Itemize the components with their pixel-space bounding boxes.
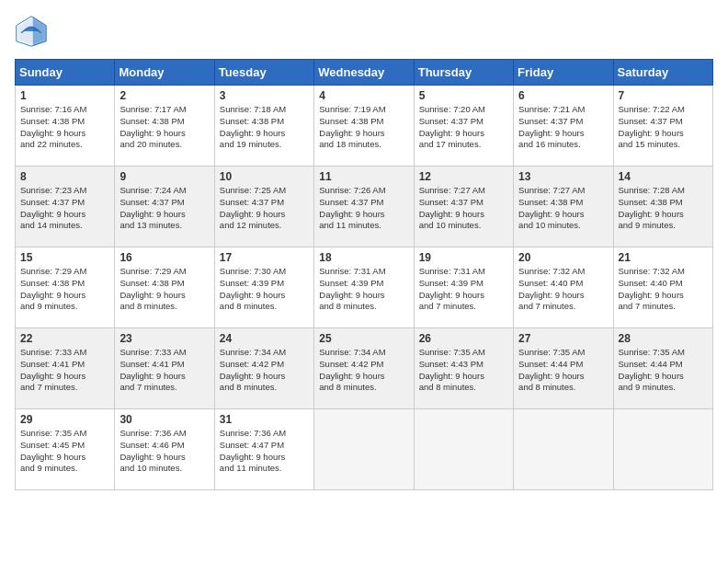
day-number: 3 bbox=[220, 89, 309, 102]
calendar-cell: 29Sunrise: 7:35 AMSunset: 4:45 PMDayligh… bbox=[16, 409, 115, 490]
day-info: Sunrise: 7:33 AMSunset: 4:41 PMDaylight:… bbox=[20, 347, 109, 394]
calendar-cell: 16Sunrise: 7:29 AMSunset: 4:38 PMDayligh… bbox=[115, 247, 214, 328]
calendar-header-tuesday: Tuesday bbox=[214, 60, 313, 86]
day-info: Sunrise: 7:20 AMSunset: 4:37 PMDaylight:… bbox=[419, 104, 508, 151]
calendar-cell: 21Sunrise: 7:32 AMSunset: 4:40 PMDayligh… bbox=[613, 247, 712, 328]
calendar-cell: 5Sunrise: 7:20 AMSunset: 4:37 PMDaylight… bbox=[414, 86, 513, 167]
day-number: 8 bbox=[20, 170, 109, 183]
day-number: 4 bbox=[319, 89, 408, 102]
day-info: Sunrise: 7:27 AMSunset: 4:37 PMDaylight:… bbox=[419, 185, 508, 232]
calendar-cell: 26Sunrise: 7:35 AMSunset: 4:43 PMDayligh… bbox=[414, 328, 513, 409]
day-number: 22 bbox=[20, 332, 109, 345]
day-number: 15 bbox=[20, 251, 109, 264]
calendar-cell: 12Sunrise: 7:27 AMSunset: 4:37 PMDayligh… bbox=[414, 167, 513, 247]
calendar-cell: 17Sunrise: 7:30 AMSunset: 4:39 PMDayligh… bbox=[214, 247, 313, 328]
day-number: 16 bbox=[119, 251, 209, 264]
day-info: Sunrise: 7:34 AMSunset: 4:42 PMDaylight:… bbox=[319, 347, 408, 394]
day-info: Sunrise: 7:18 AMSunset: 4:38 PMDaylight:… bbox=[220, 104, 309, 151]
day-info: Sunrise: 7:36 AMSunset: 4:47 PMDaylight:… bbox=[220, 428, 309, 475]
day-number: 28 bbox=[619, 332, 708, 345]
day-number: 23 bbox=[119, 332, 209, 345]
calendar-cell: 10Sunrise: 7:25 AMSunset: 4:37 PMDayligh… bbox=[214, 167, 313, 247]
calendar-cell: 13Sunrise: 7:27 AMSunset: 4:38 PMDayligh… bbox=[514, 167, 613, 247]
day-number: 26 bbox=[419, 332, 508, 345]
calendar-cell bbox=[414, 409, 513, 490]
calendar-cell: 9Sunrise: 7:24 AMSunset: 4:37 PMDaylight… bbox=[115, 167, 214, 247]
day-info: Sunrise: 7:16 AMSunset: 4:38 PMDaylight:… bbox=[20, 104, 109, 151]
day-number: 19 bbox=[419, 251, 508, 264]
calendar-week-5: 29Sunrise: 7:35 AMSunset: 4:45 PMDayligh… bbox=[16, 409, 713, 490]
day-number: 11 bbox=[319, 170, 408, 183]
calendar-cell: 1Sunrise: 7:16 AMSunset: 4:38 PMDaylight… bbox=[16, 86, 115, 167]
calendar-cell: 27Sunrise: 7:35 AMSunset: 4:44 PMDayligh… bbox=[514, 328, 613, 409]
day-info: Sunrise: 7:31 AMSunset: 4:39 PMDaylight:… bbox=[319, 266, 408, 313]
calendar-header-row: SundayMondayTuesdayWednesdayThursdayFrid… bbox=[16, 60, 713, 86]
page-header bbox=[15, 15, 713, 48]
day-info: Sunrise: 7:36 AMSunset: 4:46 PMDaylight:… bbox=[119, 428, 209, 475]
day-number: 24 bbox=[220, 332, 309, 345]
day-number: 9 bbox=[119, 170, 209, 183]
day-info: Sunrise: 7:32 AMSunset: 4:40 PMDaylight:… bbox=[518, 266, 608, 313]
day-number: 2 bbox=[119, 89, 209, 102]
day-number: 21 bbox=[619, 251, 708, 264]
day-number: 20 bbox=[518, 251, 608, 264]
day-info: Sunrise: 7:22 AMSunset: 4:37 PMDaylight:… bbox=[619, 104, 708, 151]
day-number: 7 bbox=[619, 89, 708, 102]
calendar-cell: 8Sunrise: 7:23 AMSunset: 4:37 PMDaylight… bbox=[16, 167, 115, 247]
calendar-week-3: 15Sunrise: 7:29 AMSunset: 4:38 PMDayligh… bbox=[16, 247, 713, 328]
day-info: Sunrise: 7:32 AMSunset: 4:40 PMDaylight:… bbox=[619, 266, 708, 313]
day-number: 17 bbox=[220, 251, 309, 264]
day-info: Sunrise: 7:35 AMSunset: 4:44 PMDaylight:… bbox=[619, 347, 708, 394]
calendar-cell: 22Sunrise: 7:33 AMSunset: 4:41 PMDayligh… bbox=[16, 328, 115, 409]
calendar-cell bbox=[514, 409, 613, 490]
day-info: Sunrise: 7:30 AMSunset: 4:39 PMDaylight:… bbox=[220, 266, 309, 313]
calendar-cell: 3Sunrise: 7:18 AMSunset: 4:38 PMDaylight… bbox=[214, 86, 313, 167]
day-info: Sunrise: 7:17 AMSunset: 4:38 PMDaylight:… bbox=[119, 104, 209, 151]
calendar-header-friday: Friday bbox=[514, 60, 613, 86]
day-number: 1 bbox=[20, 89, 109, 102]
calendar-cell: 11Sunrise: 7:26 AMSunset: 4:37 PMDayligh… bbox=[314, 167, 414, 247]
day-info: Sunrise: 7:23 AMSunset: 4:37 PMDaylight:… bbox=[20, 185, 109, 232]
day-number: 31 bbox=[220, 413, 309, 426]
logo-icon bbox=[15, 15, 48, 48]
calendar-cell bbox=[314, 409, 414, 490]
day-number: 25 bbox=[319, 332, 408, 345]
day-info: Sunrise: 7:35 AMSunset: 4:45 PMDaylight:… bbox=[20, 428, 109, 475]
calendar-cell: 23Sunrise: 7:33 AMSunset: 4:41 PMDayligh… bbox=[115, 328, 214, 409]
day-number: 27 bbox=[518, 332, 608, 345]
day-info: Sunrise: 7:35 AMSunset: 4:44 PMDaylight:… bbox=[518, 347, 608, 394]
calendar-table: SundayMondayTuesdayWednesdayThursdayFrid… bbox=[15, 59, 713, 490]
calendar-week-2: 8Sunrise: 7:23 AMSunset: 4:37 PMDaylight… bbox=[16, 167, 713, 247]
calendar-cell: 7Sunrise: 7:22 AMSunset: 4:37 PMDaylight… bbox=[613, 86, 712, 167]
day-info: Sunrise: 7:21 AMSunset: 4:37 PMDaylight:… bbox=[518, 104, 608, 151]
calendar-cell: 19Sunrise: 7:31 AMSunset: 4:39 PMDayligh… bbox=[414, 247, 513, 328]
calendar-cell: 2Sunrise: 7:17 AMSunset: 4:38 PMDaylight… bbox=[115, 86, 214, 167]
calendar-cell: 15Sunrise: 7:29 AMSunset: 4:38 PMDayligh… bbox=[16, 247, 115, 328]
day-info: Sunrise: 7:26 AMSunset: 4:37 PMDaylight:… bbox=[319, 185, 408, 232]
calendar-cell: 20Sunrise: 7:32 AMSunset: 4:40 PMDayligh… bbox=[514, 247, 613, 328]
calendar-cell: 18Sunrise: 7:31 AMSunset: 4:39 PMDayligh… bbox=[314, 247, 414, 328]
day-number: 5 bbox=[419, 89, 508, 102]
day-info: Sunrise: 7:28 AMSunset: 4:38 PMDaylight:… bbox=[619, 185, 708, 232]
day-number: 29 bbox=[20, 413, 109, 426]
calendar-header-wednesday: Wednesday bbox=[314, 60, 414, 86]
calendar-header-thursday: Thursday bbox=[414, 60, 513, 86]
calendar-header-monday: Monday bbox=[115, 60, 214, 86]
day-info: Sunrise: 7:31 AMSunset: 4:39 PMDaylight:… bbox=[419, 266, 508, 313]
day-number: 10 bbox=[220, 170, 309, 183]
day-info: Sunrise: 7:29 AMSunset: 4:38 PMDaylight:… bbox=[20, 266, 109, 313]
calendar-cell: 30Sunrise: 7:36 AMSunset: 4:46 PMDayligh… bbox=[115, 409, 214, 490]
calendar-cell: 6Sunrise: 7:21 AMSunset: 4:37 PMDaylight… bbox=[514, 86, 613, 167]
calendar-week-4: 22Sunrise: 7:33 AMSunset: 4:41 PMDayligh… bbox=[16, 328, 713, 409]
logo bbox=[15, 15, 51, 48]
calendar-cell: 28Sunrise: 7:35 AMSunset: 4:44 PMDayligh… bbox=[613, 328, 712, 409]
day-info: Sunrise: 7:19 AMSunset: 4:38 PMDaylight:… bbox=[319, 104, 408, 151]
day-number: 12 bbox=[419, 170, 508, 183]
calendar-cell: 24Sunrise: 7:34 AMSunset: 4:42 PMDayligh… bbox=[214, 328, 313, 409]
day-info: Sunrise: 7:27 AMSunset: 4:38 PMDaylight:… bbox=[518, 185, 608, 232]
calendar-cell: 31Sunrise: 7:36 AMSunset: 4:47 PMDayligh… bbox=[214, 409, 313, 490]
day-number: 6 bbox=[518, 89, 608, 102]
calendar-cell: 25Sunrise: 7:34 AMSunset: 4:42 PMDayligh… bbox=[314, 328, 414, 409]
day-info: Sunrise: 7:29 AMSunset: 4:38 PMDaylight:… bbox=[119, 266, 209, 313]
calendar-week-1: 1Sunrise: 7:16 AMSunset: 4:38 PMDaylight… bbox=[16, 86, 713, 167]
